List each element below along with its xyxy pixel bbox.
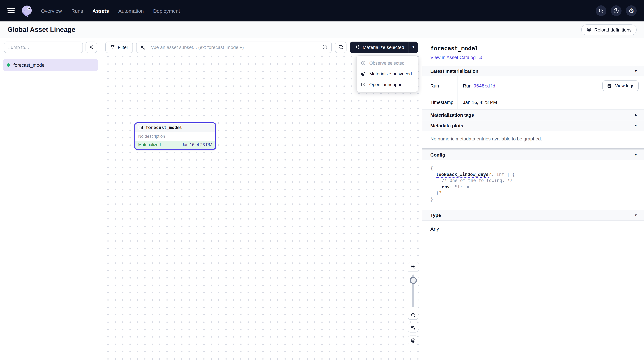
materialize-selected-label: Materialize selected xyxy=(363,44,404,50)
code-token: { xyxy=(430,166,433,171)
asset-list-sidebar: forecast_model xyxy=(0,38,101,362)
zoom-out-button[interactable] xyxy=(408,310,418,320)
caret-down-icon: ▾ xyxy=(412,45,414,49)
nav-item-runs[interactable]: Runs xyxy=(71,8,83,13)
section-label: Latest materialization xyxy=(430,68,478,74)
page-header: Global Asset Lineage Reload definitions xyxy=(0,21,644,38)
timestamp-row-label: Timestamp xyxy=(422,95,458,109)
app-root: Overview Runs Assets Automation Deployme… xyxy=(0,0,644,362)
filter-button[interactable]: Filter xyxy=(105,41,133,53)
gear-icon: ⚙ xyxy=(628,7,634,14)
nav-item-assets[interactable]: Assets xyxy=(92,8,109,13)
zoom-in-button[interactable] xyxy=(408,262,418,272)
settings-button[interactable]: ⚙ xyxy=(626,5,636,16)
graph-layout-icon xyxy=(410,325,416,330)
graph-toolbar: Filter xyxy=(101,38,422,56)
metadata-plots-empty-text: No numeric metadata entries available to… xyxy=(422,131,644,148)
menu-item-materialize-unsynced[interactable]: Materialize unsynced xyxy=(356,68,418,79)
section-latest-materialization[interactable]: Latest materialization ▼ xyxy=(422,66,644,76)
jump-to-input[interactable] xyxy=(4,41,83,53)
details-asset-title: forecast_model xyxy=(430,45,636,52)
run-id-link[interactable]: 0648cdfd xyxy=(474,83,495,88)
code-token: ? xyxy=(439,190,442,195)
asset-list: forecast_model xyxy=(0,56,101,74)
view-logs-button[interactable]: View logs xyxy=(602,80,639,91)
chevron-down-icon: ▼ xyxy=(634,69,637,73)
materialize-dropdown-toggle[interactable]: ▾ xyxy=(409,41,418,53)
menu-item-label: Materialize unsynced xyxy=(369,71,412,76)
refresh-button[interactable] xyxy=(335,41,347,53)
nav-items: Overview Runs Assets Automation Deployme… xyxy=(41,8,180,13)
section-label: Materialization tags xyxy=(430,112,474,118)
zoom-in-icon xyxy=(410,264,416,269)
zoom-slider[interactable] xyxy=(408,272,418,310)
chevron-right-icon: ▶ xyxy=(635,113,637,117)
menu-item-label: Observe selected xyxy=(369,60,404,65)
code-token: : String xyxy=(450,184,470,189)
chevron-down-icon: ▼ xyxy=(634,214,637,217)
config-key-lookback-window-days[interactable]: lookback_window_days xyxy=(436,172,488,178)
timestamp-row: Timestamp Jan 16, 4:23 PM xyxy=(422,95,644,110)
run-prefix: Run xyxy=(463,83,472,88)
chevron-down-icon: ▼ xyxy=(634,124,637,127)
search-button[interactable] xyxy=(596,5,606,16)
run-row: Run Run 0648cdfd View logs xyxy=(422,76,644,95)
view-in-asset-catalog-link[interactable]: View in Asset Catalog xyxy=(430,55,483,60)
download-image-button[interactable] xyxy=(408,336,418,345)
rearrange-graph-button[interactable] xyxy=(408,323,418,333)
dagster-logo[interactable] xyxy=(20,4,34,17)
code-token: ? xyxy=(488,172,491,177)
zoom-out-icon xyxy=(410,312,416,318)
download-icon xyxy=(410,338,416,343)
menu-item-observe-selected[interactable]: Observe selected xyxy=(356,58,418,68)
info-icon[interactable] xyxy=(322,44,328,50)
view-logs-label: View logs xyxy=(615,83,634,88)
materialize-selected-split-button: Materialize selected ▾ xyxy=(350,41,418,53)
materialize-dropdown-menu: Observe selected Materialize unsynced xyxy=(356,56,418,92)
lineage-canvas[interactable]: forecast_model No description Materializ… xyxy=(101,56,422,362)
asset-node-header: forecast_model xyxy=(135,123,215,132)
code-comment: /* One of the following: */ xyxy=(442,178,513,183)
materialize-unsynced-icon xyxy=(360,71,366,76)
type-value: Any xyxy=(422,221,644,237)
nav-item-deployment[interactable]: Deployment xyxy=(153,8,180,13)
asset-list-item-forecast-model[interactable]: forecast_model xyxy=(3,59,98,71)
help-button[interactable] xyxy=(611,5,622,16)
top-nav: Overview Runs Assets Automation Deployme… xyxy=(0,0,644,21)
asset-node-title: forecast_model xyxy=(146,125,182,130)
section-label: Metadata plots xyxy=(430,123,463,128)
panel-splitter[interactable] xyxy=(422,148,644,149)
asset-node-description: No description xyxy=(135,132,215,141)
asset-node-status: Materialized xyxy=(138,142,161,147)
reload-definitions-button[interactable]: Reload definitions xyxy=(581,24,636,35)
section-label: Type xyxy=(430,213,441,218)
asset-subset-input[interactable] xyxy=(148,44,319,50)
asset-list-item-label: forecast_model xyxy=(14,62,46,68)
catalog-link-label: View in Asset Catalog xyxy=(430,55,476,60)
nav-icon-buttons: ⚙ xyxy=(596,5,636,16)
open-launchpad-icon xyxy=(360,82,366,87)
nav-item-overview[interactable]: Overview xyxy=(41,8,62,13)
sparkles-icon xyxy=(354,44,360,50)
section-type[interactable]: Type ▼ xyxy=(422,210,644,221)
external-link-icon xyxy=(478,55,483,60)
section-materialization-tags[interactable]: Materialization tags ▶ xyxy=(422,110,644,120)
section-metadata-plots[interactable]: Metadata plots ▼ xyxy=(422,120,644,131)
reload-definitions-label: Reload definitions xyxy=(594,27,632,32)
zoom-slider-thumb[interactable] xyxy=(410,277,416,284)
menu-item-open-launchpad[interactable]: Open launchpad xyxy=(356,79,418,90)
help-icon xyxy=(613,8,619,14)
filter-icon xyxy=(110,44,115,50)
sidebar-top-row xyxy=(0,38,101,56)
asset-node-forecast-model[interactable]: forecast_model No description Materializ… xyxy=(134,122,216,150)
search-icon xyxy=(598,8,604,13)
materialize-selected-button[interactable]: Materialize selected xyxy=(350,41,408,53)
zoom-widget xyxy=(408,262,418,320)
chevron-down-icon: ▼ xyxy=(634,153,637,156)
section-config[interactable]: Config ▼ xyxy=(422,149,644,160)
run-row-label: Run xyxy=(422,76,458,95)
collapse-sidebar-button[interactable] xyxy=(86,41,97,53)
hamburger-menu-icon[interactable] xyxy=(8,8,15,13)
logs-icon xyxy=(607,83,612,88)
nav-item-automation[interactable]: Automation xyxy=(118,8,144,13)
